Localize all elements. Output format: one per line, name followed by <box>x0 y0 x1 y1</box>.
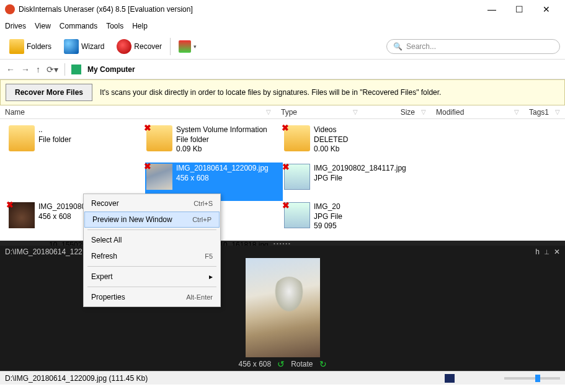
folder-icon: ✖ <box>146 125 172 151</box>
file-item[interactable]: ✖ IMG_20JPG File59 095 <box>283 201 420 239</box>
file-dims: 456 x 608 <box>176 174 269 184</box>
chevron-down-icon: ▾ <box>194 43 197 50</box>
deleted-x-icon: ✖ <box>282 200 290 210</box>
preview-h-label[interactable]: h <box>535 247 540 256</box>
image-icon: ✖ <box>284 164 310 190</box>
recover-label: Recover <box>134 42 162 51</box>
search-placeholder: Search... <box>406 42 436 51</box>
recover-more-button[interactable]: Recover More Files <box>6 84 92 101</box>
preview-close-button[interactable]: ✕ <box>554 247 560 256</box>
folder-icon <box>9 125 35 151</box>
deleted-x-icon: ✖ <box>144 161 151 171</box>
deleted-x-icon: ✖ <box>282 162 290 172</box>
deleted-x-icon: ✖ <box>6 200 14 210</box>
photo-thumb: ✖ <box>146 164 172 190</box>
file-size: 0.09 Kb <box>176 145 267 154</box>
toolbar: Folders Wizard Recover ▾ 🔍 Search... <box>0 33 565 60</box>
column-header: Name▽ Type▽ Size▽ Modified▽ Tags1▽ <box>0 105 565 119</box>
status-icon <box>445 374 455 383</box>
folders-button[interactable]: Folders <box>5 36 56 57</box>
banner-text: It's scans your disk directly in order t… <box>100 88 441 97</box>
close-button[interactable]: ✕ <box>533 0 560 19</box>
wizard-label: Wizard <box>81 42 104 51</box>
ctx-expert[interactable]: Expert▸ <box>84 269 220 285</box>
filter-icon[interactable]: ▽ <box>353 109 358 115</box>
filter-icon[interactable]: ▽ <box>421 109 426 115</box>
file-size: 59 095 <box>314 221 342 231</box>
context-menu: RecoverCtrl+S Preview in New WindowCtrl+… <box>83 194 221 307</box>
photo-thumb: ✖ <box>9 202 35 228</box>
zoom-slider[interactable] <box>504 377 560 380</box>
folder-icon: ✖ <box>284 125 310 151</box>
nav-bar: ← → ↑ ⟳▾ My Computer <box>0 60 565 79</box>
preview-dims: 456 x 608 <box>238 360 271 368</box>
menu-bar: Drives View Commands Tools Help <box>0 19 565 33</box>
preview-pin-button[interactable]: ⟂ <box>545 247 549 256</box>
file-name: IMG_20190802_184117.jpg <box>314 164 406 174</box>
file-sub: File folder <box>176 135 267 145</box>
folders-label: Folders <box>27 42 51 51</box>
col-name[interactable]: Name▽ <box>0 108 276 117</box>
ctx-preview-new-window[interactable]: Preview in New WindowCtrl+P <box>84 212 220 228</box>
ctx-recover[interactable]: RecoverCtrl+S <box>84 195 220 212</box>
col-tags[interactable]: Tags1▽ <box>524 108 565 117</box>
col-size[interactable]: Size▽ <box>363 108 431 117</box>
window-title: DiskInternals Uneraser (x64) 8.5 [Evalua… <box>19 5 478 14</box>
nav-back-button[interactable]: ← <box>6 65 15 74</box>
menu-tools[interactable]: Tools <box>106 22 123 30</box>
separator <box>87 287 216 287</box>
file-item-up[interactable]: ..File folder <box>7 124 145 163</box>
recover-icon <box>117 39 131 54</box>
preview-image <box>246 258 320 357</box>
file-size: 0.00 Kb <box>314 145 348 154</box>
rotate-right-icon[interactable]: ↻ <box>319 359 327 369</box>
banner: Recover More Files It's scans your disk … <box>0 79 565 105</box>
folders-icon <box>9 39 24 54</box>
file-item[interactable]: ✖ System Volume InformationFile folder0.… <box>145 124 283 163</box>
status-bar: D:\IMG_20180614_122009.jpg (111.45 Kb) <box>0 371 565 385</box>
ctx-properties[interactable]: PropertiesAlt-Enter <box>84 289 220 305</box>
file-name: System Volume Information <box>176 125 267 135</box>
menu-drives[interactable]: Drives <box>5 22 26 30</box>
nav-separator <box>65 63 65 76</box>
filter-icon[interactable]: ▽ <box>514 109 519 115</box>
nav-up-button[interactable]: ↑ <box>36 65 40 74</box>
location-label[interactable]: My Computer <box>87 65 135 74</box>
recover-button[interactable]: Recover <box>112 36 166 57</box>
deleted-x-icon: ✖ <box>282 123 289 133</box>
menu-help[interactable]: Help <box>132 22 148 30</box>
search-icon: 🔍 <box>393 42 403 51</box>
toolbar-separator <box>170 38 171 55</box>
grid-icon <box>179 40 191 53</box>
menu-commands[interactable]: Commands <box>60 22 97 30</box>
file-name: .. <box>38 125 71 135</box>
file-sub: DELETED <box>314 135 348 145</box>
file-name: Videos <box>314 125 348 135</box>
preview-footer: 456 x 608 ↺ Rotate ↻ <box>0 357 565 371</box>
view-mode-button[interactable]: ▾ <box>174 37 201 56</box>
col-modified[interactable]: Modified▽ <box>431 108 524 117</box>
filter-icon[interactable]: ▽ <box>555 109 560 115</box>
submenu-arrow-icon: ▸ <box>209 272 213 281</box>
filter-icon[interactable]: ▽ <box>266 109 271 115</box>
ctx-select-all[interactable]: Select All <box>84 232 220 248</box>
separator <box>87 266 216 267</box>
deleted-x-icon: ✖ <box>144 123 151 133</box>
maximize-button[interactable]: ☐ <box>505 0 533 19</box>
col-type[interactable]: Type▽ <box>276 108 363 117</box>
computer-icon <box>71 65 81 74</box>
separator <box>87 229 216 230</box>
ctx-refresh[interactable]: RefreshF5 <box>84 248 220 264</box>
minimize-button[interactable]: — <box>478 0 505 19</box>
wizard-button[interactable]: Wizard <box>60 36 109 57</box>
title-bar: DiskInternals Uneraser (x64) 8.5 [Evalua… <box>0 0 565 19</box>
nav-forward-button[interactable]: → <box>21 65 30 74</box>
file-item[interactable]: ✖ VideosDELETED0.00 Kb <box>283 124 420 163</box>
rotate-left-icon[interactable]: ↺ <box>277 359 285 369</box>
rotate-label: Rotate <box>291 360 313 368</box>
file-item[interactable]: ✖ IMG_20190802_184117.jpgJPG File <box>283 163 420 201</box>
search-input[interactable]: 🔍 Search... <box>386 39 560 54</box>
file-sub: JPG File <box>314 174 406 184</box>
menu-view[interactable]: View <box>35 22 51 30</box>
nav-history-button[interactable]: ⟳▾ <box>47 65 58 74</box>
